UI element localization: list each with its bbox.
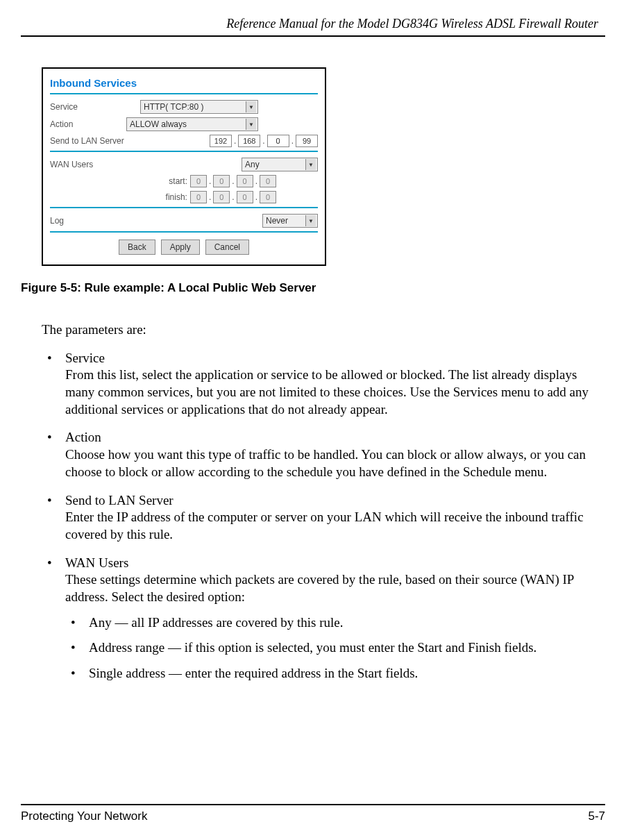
label-start: start: bbox=[158, 176, 187, 186]
manual-header: Reference Manual for the Model DG834G Wi… bbox=[21, 0, 605, 31]
figure-divider bbox=[50, 151, 318, 152]
service-select[interactable]: HTTP( TCP:80 ) ▼ bbox=[140, 100, 258, 114]
row-wan: WAN Users Any ▼ bbox=[50, 158, 318, 171]
service-select-value: HTTP( TCP:80 ) bbox=[144, 102, 243, 112]
row-log: Log Never ▼ bbox=[50, 214, 318, 228]
caption-title: A Local Public Web Server bbox=[167, 281, 316, 294]
chevron-down-icon: ▼ bbox=[305, 159, 316, 170]
parameter-list: Service From this list, select the appli… bbox=[42, 350, 598, 682]
list-item: Single address — enter the required addr… bbox=[65, 665, 598, 682]
lan-ip-2[interactable]: 168 bbox=[238, 135, 260, 147]
start-ip-1: 0 bbox=[190, 175, 207, 187]
intro-text: The parameters are: bbox=[42, 321, 598, 339]
finish-ip-2: 0 bbox=[213, 191, 230, 203]
start-ip-2: 0 bbox=[213, 175, 230, 187]
lan-ip-1[interactable]: 192 bbox=[210, 135, 232, 147]
item-title: WAN Users bbox=[65, 555, 128, 570]
list-item: Any — all IP addresses are covered by th… bbox=[65, 614, 598, 632]
wan-select-value: Any bbox=[245, 160, 303, 169]
finish-ip-4: 0 bbox=[260, 191, 276, 203]
chevron-down-icon: ▼ bbox=[246, 101, 256, 112]
footer-rule bbox=[21, 804, 605, 805]
start-ip-4: 0 bbox=[260, 175, 276, 187]
item-text: Enter the IP address of the computer or … bbox=[65, 510, 584, 541]
figure-divider bbox=[50, 207, 318, 208]
chevron-down-icon: ▼ bbox=[246, 119, 256, 130]
chevron-down-icon: ▼ bbox=[305, 215, 316, 226]
row-action: Action ALLOW always ▼ bbox=[50, 117, 318, 131]
start-ip-3: 0 bbox=[237, 175, 253, 187]
item-text: Choose how you want this type of traffic… bbox=[65, 447, 586, 479]
item-title: Service bbox=[65, 351, 105, 365]
item-title: Action bbox=[65, 430, 101, 444]
label-log: Log bbox=[50, 216, 140, 226]
footer-section: Protecting Your Network bbox=[21, 809, 147, 823]
list-item: Send to LAN Server Enter the IP address … bbox=[42, 492, 598, 544]
figure-caption: Figure 5-5: Rule example: A Local Public… bbox=[21, 281, 605, 295]
figure-screenshot: Inbound Services Service HTTP( TCP:80 ) … bbox=[42, 67, 326, 266]
label-wan: WAN Users bbox=[50, 160, 140, 169]
apply-button[interactable]: Apply bbox=[161, 240, 200, 255]
list-item: Action Choose how you want this type of … bbox=[42, 429, 598, 480]
back-button[interactable]: Back bbox=[119, 240, 155, 255]
action-select-value: ALLOW always bbox=[130, 119, 243, 129]
list-item: Address range — if this option is select… bbox=[65, 639, 598, 657]
action-select[interactable]: ALLOW always ▼ bbox=[126, 117, 258, 131]
row-start: start: 0. 0. 0. 0 bbox=[50, 175, 318, 187]
figure-heading: Inbound Services bbox=[50, 77, 318, 89]
page-number: 5-7 bbox=[588, 809, 605, 823]
page-footer: Protecting Your Network 5-7 bbox=[21, 804, 605, 823]
item-text: From this list, select the application o… bbox=[65, 367, 589, 416]
row-service: Service HTTP( TCP:80 ) ▼ bbox=[50, 100, 318, 114]
finish-ip-3: 0 bbox=[237, 191, 253, 203]
caption-prefix: Figure 5-5: Rule example: bbox=[21, 281, 167, 294]
label-service: Service bbox=[50, 102, 140, 112]
row-lan: Send to LAN Server 192. 168. 0. 99 bbox=[50, 135, 318, 147]
finish-ip-group: 0. 0. 0. 0 bbox=[190, 191, 276, 203]
row-finish: finish: 0. 0. 0. 0 bbox=[50, 191, 318, 203]
item-title: Send to LAN Server bbox=[65, 493, 174, 507]
wan-select[interactable]: Any ▼ bbox=[242, 158, 318, 171]
figure-divider bbox=[50, 93, 318, 94]
log-select[interactable]: Never ▼ bbox=[262, 214, 318, 228]
lan-ip-4[interactable]: 99 bbox=[296, 135, 318, 147]
label-finish: finish: bbox=[158, 192, 187, 202]
figure-divider bbox=[50, 231, 318, 233]
log-select-value: Never bbox=[266, 216, 303, 226]
finish-ip-1: 0 bbox=[190, 191, 207, 203]
button-row: Back Apply Cancel bbox=[50, 240, 318, 255]
lan-ip-group: 192. 168. 0. 99 bbox=[210, 135, 318, 147]
lan-ip-3[interactable]: 0 bbox=[267, 135, 289, 147]
body-content: The parameters are: Service From this li… bbox=[42, 321, 598, 682]
label-action: Action bbox=[50, 119, 126, 129]
header-rule bbox=[21, 35, 605, 37]
sub-list: Any — all IP addresses are covered by th… bbox=[65, 614, 598, 682]
cancel-button[interactable]: Cancel bbox=[205, 240, 249, 255]
label-lan: Send to LAN Server bbox=[50, 136, 140, 146]
item-text: These settings determine which packets a… bbox=[65, 572, 574, 604]
list-item: Service From this list, select the appli… bbox=[42, 350, 598, 419]
start-ip-group: 0. 0. 0. 0 bbox=[190, 175, 276, 187]
list-item: WAN Users These settings determine which… bbox=[42, 555, 598, 682]
